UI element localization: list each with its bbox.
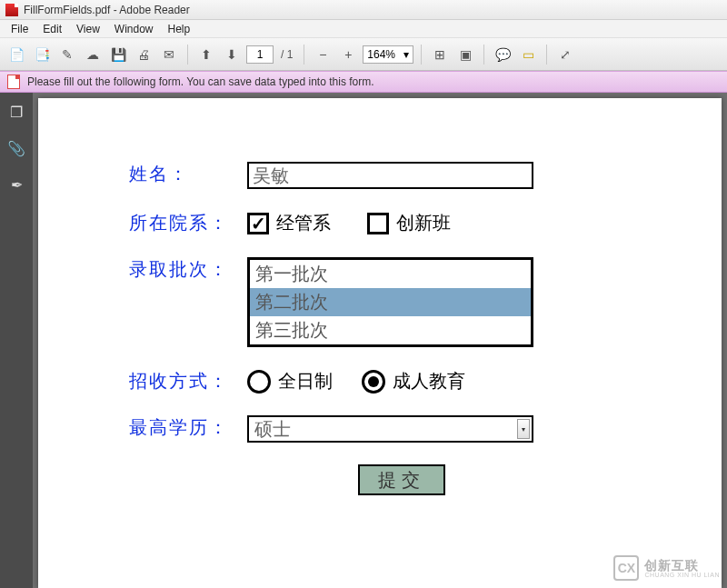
row-batch: 录取批次： 第一批次 第二批次 第三批次 <box>129 257 658 347</box>
row-mode: 招收方式： 全日制 成人教育 <box>129 369 658 394</box>
save-icon[interactable]: 💾 <box>107 44 129 65</box>
checkbox-label: 创新班 <box>396 211 451 235</box>
checkbox-item-dept-0[interactable]: 经管系 <box>247 211 331 235</box>
toolbar-separator <box>187 45 188 65</box>
label-mode: 招收方式： <box>129 369 247 394</box>
checkbox-label: 经管系 <box>276 211 331 235</box>
page-number-input[interactable] <box>246 45 274 64</box>
toolbar-separator <box>304 45 304 65</box>
radio-item-mode-0[interactable]: 全日制 <box>247 369 333 394</box>
menu-file[interactable]: File <box>4 23 35 35</box>
page-total-label: / 1 <box>277 48 296 61</box>
zoom-value: 164% <box>367 48 395 61</box>
chevron-down-icon: ▾ <box>403 48 409 61</box>
label-dept: 所在院系： <box>129 211 247 235</box>
comment-icon[interactable]: 💬 <box>492 44 513 65</box>
submit-button[interactable]: 提交 <box>358 464 445 495</box>
form-info-bar: Please fill out the following form. You … <box>0 71 727 93</box>
checkbox-item-dept-1[interactable]: 创新班 <box>367 211 451 235</box>
title-bar: FillFormFields.pdf - Adobe Reader <box>0 0 727 20</box>
row-submit: 提交 <box>358 464 658 495</box>
tools-icon[interactable]: ⊞ <box>429 44 451 65</box>
window-title: FillFormFields.pdf - Adobe Reader <box>24 4 190 16</box>
radio-label: 成人教育 <box>393 369 465 394</box>
zoom-in-icon[interactable]: + <box>337 44 359 65</box>
toolbar-separator <box>546 45 547 65</box>
watermark: CX 创新互联 CHUANG XIN HU LIAN <box>613 555 720 581</box>
radio-label: 全日制 <box>278 369 333 394</box>
menu-help[interactable]: Help <box>161 23 198 35</box>
page-up-icon[interactable]: ⬆ <box>195 44 217 65</box>
watermark-brand: 创新互联 <box>644 559 720 572</box>
toolbar-separator <box>421 45 422 65</box>
label-batch: 录取批次： <box>129 257 247 282</box>
document-area[interactable]: 姓名： 所在院系： 经管系 创新班 <box>33 93 727 588</box>
mail-icon[interactable]: ✉ <box>158 44 180 65</box>
menu-view[interactable]: View <box>69 23 107 35</box>
highlight-icon[interactable]: ▭ <box>517 44 539 65</box>
form-info-message: Please fill out the following form. You … <box>27 75 374 88</box>
list-item-selected[interactable]: 第二批次 <box>250 288 531 316</box>
form-document-icon <box>7 75 20 89</box>
row-name: 姓名： <box>129 162 658 189</box>
radio-icon <box>362 370 385 394</box>
thumbnails-icon[interactable]: ❐ <box>6 102 26 122</box>
menu-window[interactable]: Window <box>107 23 161 35</box>
watermark-logo-icon: CX <box>613 555 639 581</box>
name-field[interactable] <box>247 162 533 189</box>
row-dept: 所在院系： 经管系 创新班 <box>129 211 658 235</box>
workspace: ❐ 📎 ✒ 姓名： 所在院系： 经管系 <box>0 93 727 588</box>
radio-icon <box>247 370 271 394</box>
toolbar: 📄 📑 ✎ ☁ 💾 🖨 ✉ ⬆ ⬇ / 1 − + 164% ▾ ⊞ ▣ 💬 ▭… <box>0 38 727 71</box>
pdf-file-icon <box>5 4 18 16</box>
edu-dropdown[interactable]: 硕士 ▾ <box>247 415 533 443</box>
attachments-icon[interactable]: 📎 <box>6 138 26 158</box>
page-down-icon[interactable]: ⬇ <box>221 44 243 65</box>
export-pdf-icon[interactable]: 📑 <box>31 44 53 65</box>
zoom-select[interactable]: 164% ▾ <box>363 45 413 64</box>
checkbox-icon <box>247 213 269 234</box>
toolbar-separator <box>483 45 484 65</box>
list-item[interactable]: 第三批次 <box>250 316 531 344</box>
dropdown-value: 硕士 <box>254 417 291 442</box>
fullscreen-icon[interactable]: ⤢ <box>554 44 576 65</box>
menu-edit[interactable]: Edit <box>35 23 69 35</box>
cloud-icon[interactable]: ☁ <box>82 44 104 65</box>
print-icon[interactable]: 🖨 <box>133 44 154 65</box>
pdf-page: 姓名： 所在院系： 经管系 创新班 <box>38 98 722 588</box>
batch-listbox[interactable]: 第一批次 第二批次 第三批次 <box>247 257 533 347</box>
open-icon[interactable]: 📄 <box>5 44 27 65</box>
list-item[interactable]: 第一批次 <box>250 260 531 288</box>
watermark-sub: CHUANG XIN HU LIAN <box>644 572 720 578</box>
row-edu: 最高学历： 硕士 ▾ <box>129 415 658 443</box>
side-panel: ❐ 📎 ✒ <box>0 93 33 588</box>
label-name: 姓名： <box>129 162 247 186</box>
chevron-down-icon: ▾ <box>517 419 530 439</box>
signatures-icon[interactable]: ✒ <box>6 174 26 194</box>
radio-item-mode-1[interactable]: 成人教育 <box>362 369 465 394</box>
sign-icon[interactable]: ✎ <box>56 44 78 65</box>
reading-mode-icon[interactable]: ▣ <box>454 44 476 65</box>
checkbox-icon <box>367 213 389 234</box>
menu-bar: File Edit View Window Help <box>0 20 727 38</box>
label-edu: 最高学历： <box>129 415 247 440</box>
zoom-out-icon[interactable]: − <box>312 44 334 65</box>
